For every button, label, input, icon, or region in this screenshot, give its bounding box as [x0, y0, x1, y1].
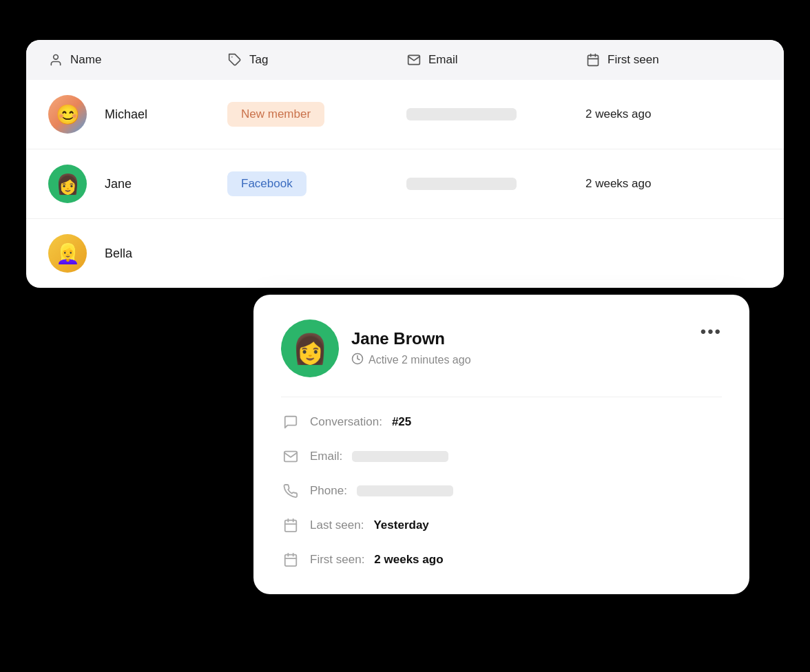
profile-card: 👩 Jane Brown Active 2 minutes ago: [253, 295, 749, 594]
phone-value-placeholder: [357, 485, 453, 496]
profile-active-status: Active 2 minutes ago: [351, 353, 471, 368]
calendar-last-seen-icon: [281, 516, 300, 535]
detail-row-last-seen: Last seen: Yesterday: [281, 516, 722, 535]
row-michael-email: [406, 108, 585, 120]
detail-row-phone: Phone:: [281, 481, 722, 501]
row-jane-tag: Facebook: [227, 171, 406, 196]
email-value-placeholder: [352, 451, 448, 462]
avatar-bella: 👱‍♀️: [48, 234, 87, 273]
profile-header: 👩 Jane Brown Active 2 minutes ago: [281, 319, 722, 377]
email-icon: [406, 52, 422, 67]
detail-row-first-seen: First seen: 2 weeks ago: [281, 550, 722, 569]
detail-row-conversation: Conversation: #25: [281, 412, 722, 432]
phone-icon: [281, 481, 300, 501]
email-placeholder: [406, 108, 517, 120]
col-header-tag: Tag: [227, 52, 406, 67]
profile-avatar-section: 👩 Jane Brown Active 2 minutes ago: [281, 319, 471, 377]
row-jane-name-col: 👩 Jane: [48, 165, 227, 203]
avatar-jane: 👩: [48, 165, 87, 203]
table-row[interactable]: 👩 Jane Facebook 2 weeks ago: [26, 149, 784, 219]
row-bella-name-col: 👱‍♀️ Bella: [48, 234, 227, 273]
svg-rect-11: [285, 555, 297, 567]
row-jane-email: [406, 178, 585, 190]
calendar-icon: [585, 52, 601, 67]
more-options-button[interactable]: •••: [700, 322, 722, 342]
table-header: Name Tag Email: [26, 40, 784, 80]
email-placeholder: [406, 178, 517, 190]
svg-rect-2: [588, 55, 599, 65]
svg-point-0: [54, 55, 59, 60]
row-michael-first-seen: 2 weeks ago: [585, 107, 762, 121]
row-michael-name-col: 😊 Michael: [48, 95, 227, 134]
profile-avatar: 👩: [281, 319, 339, 377]
person-icon: [48, 52, 63, 67]
detail-row-email: Email:: [281, 447, 722, 466]
row-jane-first-seen: 2 weeks ago: [585, 177, 762, 191]
calendar-first-seen-icon: [281, 550, 300, 569]
col-header-first-seen: First seen: [585, 52, 762, 67]
row-michael-tag: New member: [227, 102, 406, 127]
divider: [281, 397, 722, 397]
profile-name: Jane Brown: [351, 329, 471, 348]
profile-name-section: Jane Brown Active 2 minutes ago: [351, 329, 471, 368]
avatar-michael: 😊: [48, 95, 87, 134]
clock-icon: [351, 353, 364, 368]
col-header-email: Email: [406, 52, 585, 67]
table-row[interactable]: 😊 Michael New member 2 weeks ago: [26, 80, 784, 149]
email-icon: [281, 447, 300, 466]
members-table: Name Tag Email: [26, 40, 784, 288]
col-header-name: Name: [48, 52, 227, 67]
conversation-icon: [281, 412, 300, 432]
table-row[interactable]: 👱‍♀️ Bella: [26, 219, 784, 288]
svg-rect-7: [285, 521, 297, 532]
tag-icon: [227, 52, 242, 67]
